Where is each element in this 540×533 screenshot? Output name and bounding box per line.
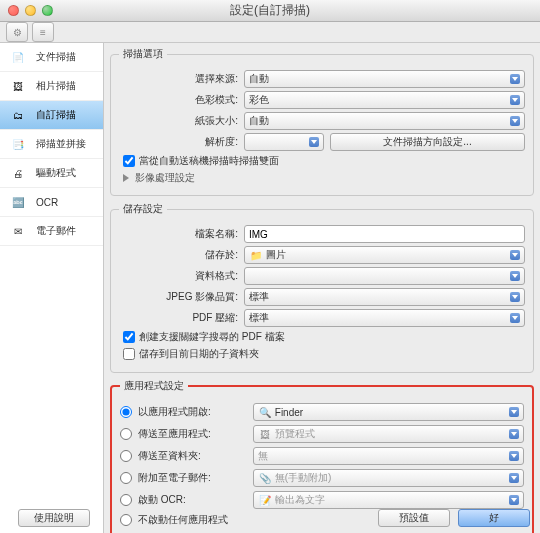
- open-with-radio[interactable]: [120, 406, 132, 418]
- savein-select[interactable]: 📁 圖片: [244, 246, 525, 264]
- app-settings-legend: 應用程式設定: [120, 379, 188, 393]
- pdf-label: PDF 壓縮:: [119, 311, 244, 325]
- date-subfolder-input[interactable]: [123, 348, 135, 360]
- resolution-select[interactable]: [244, 133, 324, 151]
- papersize-select[interactable]: 自動: [244, 112, 525, 130]
- sidebar: 📄 文件掃描 🖼 相片掃描 🗂 自訂掃描 📑 掃描並拼接 🖨 驅動程式 🔤: [0, 43, 104, 533]
- adf-duplex-checkbox[interactable]: 當從自動送稿機掃描時掃描雙面: [123, 154, 525, 168]
- adf-duplex-input[interactable]: [123, 155, 135, 167]
- sidebar-item-label: 掃描並拼接: [36, 137, 86, 151]
- preview-icon: 🖼: [258, 428, 272, 440]
- mail-icon: ✉: [8, 223, 28, 239]
- sidebar-item-ocr[interactable]: 🔤 OCR: [0, 188, 103, 217]
- photo-icon: 🖼: [8, 78, 28, 94]
- start-ocr-label: 啟動 OCR:: [138, 493, 253, 507]
- start-ocr-select[interactable]: 📝 輸出為文字: [253, 491, 524, 509]
- save-settings-legend: 儲存設定: [119, 202, 167, 216]
- send-to-folder-radio[interactable]: [120, 450, 132, 462]
- sidebar-item-label: 電子郵件: [36, 224, 76, 238]
- open-with-select[interactable]: 🔍 Finder: [253, 403, 524, 421]
- finder-icon: 🔍: [258, 406, 272, 418]
- sidebar-item-scan-stitch[interactable]: 📑 掃描並拼接: [0, 130, 103, 159]
- minimize-window-button[interactable]: [25, 5, 36, 16]
- window-titlebar: 設定(自訂掃描): [0, 0, 540, 22]
- savein-label: 儲存於:: [119, 248, 244, 262]
- dialog-footer: 使用說明 預設值 好: [0, 509, 540, 527]
- zoom-window-button[interactable]: [42, 5, 53, 16]
- sidebar-item-label: 相片掃描: [36, 79, 76, 93]
- sliders-icon: ≡: [36, 26, 50, 38]
- jpeg-quality-select[interactable]: 標準: [244, 288, 525, 306]
- date-subfolder-checkbox[interactable]: 儲存到目前日期的子資料夾: [123, 347, 525, 361]
- sidebar-item-driver[interactable]: 🖨 驅動程式: [0, 159, 103, 188]
- pdf-compression-select[interactable]: 標準: [244, 309, 525, 327]
- start-ocr-radio[interactable]: [120, 494, 132, 506]
- disclosure-triangle-icon: [123, 174, 129, 182]
- jpeg-label: JPEG 影像品質:: [119, 290, 244, 304]
- main-panel: 掃描選項 選擇來源: 自動 色彩模式: 彩色 紙張大小: 自動 解析度:: [104, 43, 540, 533]
- scan-options-group: 掃描選項 選擇來源: 自動 色彩模式: 彩色 紙張大小: 自動 解析度:: [110, 47, 534, 196]
- ok-button[interactable]: 好: [458, 509, 530, 527]
- custom-icon: 🗂: [8, 107, 28, 123]
- sidebar-item-email[interactable]: ✉ 電子郵件: [0, 217, 103, 246]
- send-to-folder-label: 傳送至資料夾:: [138, 449, 253, 463]
- colormode-label: 色彩模式:: [119, 93, 244, 107]
- open-with-label: 以應用程式開啟:: [138, 405, 253, 419]
- colormode-select[interactable]: 彩色: [244, 91, 525, 109]
- stitch-icon: 📑: [8, 136, 28, 152]
- filename-input[interactable]: [244, 225, 525, 243]
- ocr-icon: 🔤: [8, 194, 28, 210]
- keyword-pdf-checkbox[interactable]: 創建支援關鍵字搜尋的 PDF 檔案: [123, 330, 525, 344]
- papersize-label: 紙張大小:: [119, 114, 244, 128]
- toolbar-slot-2[interactable]: ≡: [32, 22, 54, 42]
- source-select[interactable]: 自動: [244, 70, 525, 88]
- keyword-pdf-input[interactable]: [123, 331, 135, 343]
- defaults-button[interactable]: 預設值: [378, 509, 450, 527]
- toolbar-slot-1[interactable]: ⚙: [6, 22, 28, 42]
- send-to-app-label: 傳送至應用程式:: [138, 427, 253, 441]
- sidebar-item-label: 驅動程式: [36, 166, 76, 180]
- text-icon: 📝: [258, 494, 272, 506]
- instructions-button[interactable]: 使用說明: [18, 509, 90, 527]
- attachment-icon: 📎: [258, 472, 272, 484]
- attach-email-radio[interactable]: [120, 472, 132, 484]
- scan-options-legend: 掃描選項: [119, 47, 167, 61]
- image-processing-disclosure[interactable]: 影像處理設定: [123, 171, 525, 185]
- document-icon: 📄: [8, 49, 28, 65]
- attach-email-select[interactable]: 📎 無(手動附加): [253, 469, 524, 487]
- attach-email-label: 附加至電子郵件:: [138, 471, 253, 485]
- sidebar-item-document-scan[interactable]: 📄 文件掃描: [0, 43, 103, 72]
- close-window-button[interactable]: [8, 5, 19, 16]
- filename-label: 檔案名稱:: [119, 227, 244, 241]
- sidebar-item-label: OCR: [36, 197, 58, 208]
- send-to-folder-select[interactable]: 無: [253, 447, 524, 465]
- sidebar-item-label: 文件掃描: [36, 50, 76, 64]
- folder-icon: 📁: [249, 249, 263, 261]
- toolbar: ⚙ ≡: [0, 22, 540, 43]
- sidebar-item-photo-scan[interactable]: 🖼 相片掃描: [0, 72, 103, 101]
- sidebar-item-label: 自訂掃描: [36, 108, 76, 122]
- send-to-app-radio[interactable]: [120, 428, 132, 440]
- driver-icon: 🖨: [8, 165, 28, 181]
- send-to-app-select[interactable]: 🖼 預覽程式: [253, 425, 524, 443]
- format-label: 資料格式:: [119, 269, 244, 283]
- sidebar-item-custom-scan[interactable]: 🗂 自訂掃描: [0, 101, 103, 130]
- format-select[interactable]: [244, 267, 525, 285]
- window-title: 設定(自訂掃描): [230, 2, 310, 19]
- resolution-label: 解析度:: [119, 135, 244, 149]
- orientation-settings-button[interactable]: 文件掃描方向設定...: [330, 133, 525, 151]
- source-label: 選擇來源:: [119, 72, 244, 86]
- settings-tab-icon: ⚙: [10, 26, 24, 38]
- save-settings-group: 儲存設定 檔案名稱: 儲存於: 📁 圖片 資料格式: JPEG 影像品質: 標準: [110, 202, 534, 373]
